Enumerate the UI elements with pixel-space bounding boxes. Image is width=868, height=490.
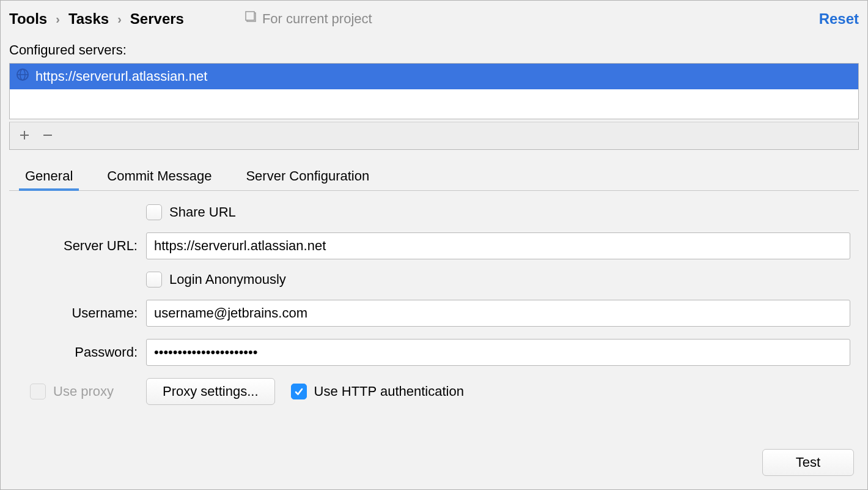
- username-label: Username:: [18, 305, 146, 321]
- username-input[interactable]: [146, 300, 850, 327]
- use-proxy-checkbox: [30, 384, 46, 399]
- server-list-toolbar: [9, 122, 859, 150]
- add-server-button[interactable]: [18, 127, 31, 144]
- share-url-label: Share URL: [169, 204, 236, 220]
- proxy-settings-button[interactable]: Proxy settings...: [146, 378, 275, 405]
- remove-server-button[interactable]: [42, 127, 54, 144]
- breadcrumb-servers: Servers: [130, 10, 184, 28]
- tab-server-configuration[interactable]: Server Configuration: [243, 163, 372, 190]
- scope-label: For current project: [262, 11, 372, 27]
- use-proxy-label: Use proxy: [53, 384, 114, 399]
- server-url-input[interactable]: [146, 232, 850, 259]
- breadcrumb-tasks[interactable]: Tasks: [68, 10, 109, 28]
- tab-commit-message[interactable]: Commit Message: [105, 163, 214, 190]
- login-anonymously-label: Login Anonymously: [169, 272, 286, 288]
- globe-icon: [16, 68, 29, 85]
- chevron-right-icon: ›: [56, 12, 60, 26]
- breadcrumb-tools[interactable]: Tools: [9, 10, 47, 28]
- project-scope-icon: [245, 11, 257, 27]
- breadcrumb: Tools › Tasks › Servers: [9, 10, 184, 28]
- tab-general[interactable]: General: [23, 163, 75, 190]
- reset-link[interactable]: Reset: [819, 10, 859, 28]
- configured-servers-label: Configured servers:: [9, 42, 859, 58]
- login-anonymously-checkbox[interactable]: [146, 272, 162, 288]
- server-list[interactable]: https://serverurl.atlassian.net: [9, 63, 859, 119]
- password-input[interactable]: [146, 339, 850, 366]
- server-url-label: Server URL:: [18, 238, 146, 254]
- tab-bar: General Commit Message Server Configurat…: [9, 163, 859, 191]
- chevron-right-icon: ›: [117, 12, 122, 26]
- svg-rect-1: [246, 12, 254, 20]
- share-url-checkbox[interactable]: [146, 204, 162, 220]
- use-http-auth-label: Use HTTP authentication: [314, 384, 464, 399]
- password-label: Password:: [18, 344, 146, 360]
- use-http-auth-checkbox[interactable]: [291, 384, 307, 399]
- scope-indicator: For current project: [245, 11, 372, 27]
- server-list-item[interactable]: https://serverurl.atlassian.net: [10, 64, 858, 89]
- server-url-text: https://serverurl.atlassian.net: [35, 69, 207, 84]
- test-button[interactable]: Test: [762, 449, 854, 476]
